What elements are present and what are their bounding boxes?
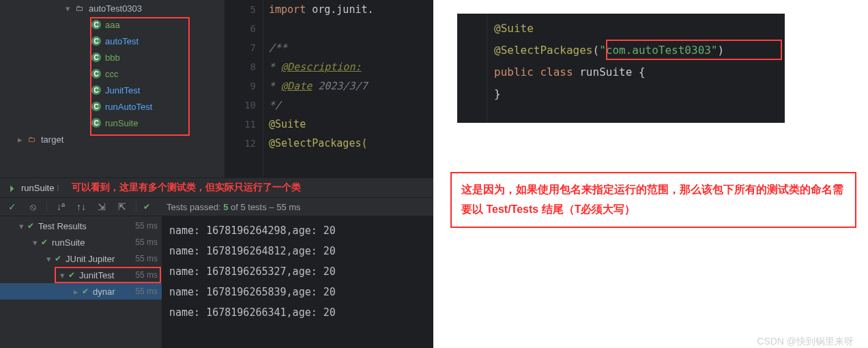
- separator: [46, 201, 47, 212]
- check-icon: ✔: [27, 221, 34, 231]
- folder-icon: 🗀: [74, 3, 85, 14]
- test-label: dynar: [93, 287, 115, 297]
- folder-label: autoTest0303: [89, 3, 142, 14]
- test-duration: 55 ms: [135, 254, 158, 263]
- test-tree-row[interactable]: ▾✔runSuite55 ms: [0, 234, 162, 250]
- console-line: name: 1678196265839,age: 20: [169, 282, 426, 302]
- chevron-right-icon: ▸: [71, 287, 81, 297]
- code-body[interactable]: import org.junit. /** * @Description: * …: [263, 0, 433, 177]
- collapse-icon[interactable]: ⦸: [26, 200, 40, 214]
- class-label: aaa: [105, 20, 120, 30]
- run-icon: ⏵: [8, 183, 17, 193]
- test-duration: 55 ms: [135, 270, 158, 280]
- annotation-text: 可以看到，这里有多个测试类，但实际只运行了一个类: [72, 182, 301, 194]
- chevron-down-icon: ▾: [57, 270, 67, 280]
- tree-class-item[interactable]: Cbbb: [0, 49, 225, 66]
- code-snippet: @Suite @SelectPackages("com.autoTest0303…: [457, 14, 785, 123]
- run-tab-bar: ⏵ runSuite ⁝ 可以看到，这里有多个测试类，但实际只运行了一个类: [0, 178, 433, 197]
- test-label: JunitTest: [79, 270, 114, 280]
- class-icon: C: [91, 36, 101, 46]
- class-icon: C: [91, 69, 101, 78]
- test-label: JUnit Jupiter: [66, 254, 115, 264]
- test-duration: 55 ms: [135, 221, 158, 231]
- class-icon: C: [91, 102, 101, 111]
- test-tree-row[interactable]: ▾✔JunitTest55 ms: [0, 267, 162, 283]
- check-icon: ✔: [41, 237, 48, 247]
- tree-class-item[interactable]: CrunAutoTest: [0, 98, 225, 115]
- check-icon: ✔: [82, 287, 89, 296]
- test-tree: ▾✔Test Results55 ms▾✔runSuite55 ms▾✔JUni…: [0, 216, 162, 348]
- tree-class-item[interactable]: CautoTest: [0, 33, 225, 49]
- right-pane: @Suite @SelectPackages("com.autoTest0303…: [440, 0, 863, 348]
- expand-icon[interactable]: ✓: [5, 200, 19, 214]
- check-icon: ✔: [68, 270, 75, 280]
- tree-folder[interactable]: ▾ 🗀 autoTest0303: [0, 0, 225, 16]
- console-line: name: 1678196266341,age: 20: [169, 302, 426, 323]
- test-duration: 55 ms: [135, 237, 158, 247]
- code-editor[interactable]: 5 6 7 8 9 10 11 12 import org.junit. /**…: [225, 0, 433, 177]
- class-label: autoTest: [105, 36, 139, 46]
- class-label: bbb: [105, 53, 120, 63]
- tree-folder-target[interactable]: ▸ 🗀 target: [0, 131, 225, 147]
- import-icon[interactable]: ⇲: [95, 200, 108, 214]
- tests-passed-label: Tests passed: 5 of 5 tests – 55 ms: [167, 202, 301, 212]
- run-body: ▾✔Test Results55 ms▾✔runSuite55 ms▾✔JUni…: [0, 216, 433, 348]
- export-icon[interactable]: ⇱: [115, 200, 129, 214]
- snippet-gutter: [457, 14, 487, 123]
- class-label: runSuite: [105, 118, 138, 128]
- class-icon: C: [91, 85, 101, 95]
- chevron-right-icon: ▸: [15, 134, 25, 145]
- project-tree: ▾ 🗀 autoTest0303 CaaaCautoTestCbbbCcccCJ…: [0, 0, 225, 177]
- watermark: CSDN @快到锅里来呀: [757, 336, 854, 348]
- check-icon: ✔: [55, 254, 61, 263]
- chevron-down-icon: ▾: [63, 3, 72, 14]
- test-tree-row[interactable]: ▾✔JUnit Jupiter55 ms: [0, 250, 162, 267]
- ide-pane: ▾ 🗀 autoTest0303 CaaaCautoTestCbbbCcccCJ…: [0, 0, 433, 348]
- editor-gutter: 5 6 7 8 9 10 11 12: [225, 0, 263, 177]
- test-duration: 55 ms: [135, 287, 158, 296]
- class-icon: C: [91, 53, 101, 62]
- tree-class-item[interactable]: CrunSuite: [0, 115, 225, 131]
- class-icon: C: [91, 118, 101, 128]
- sort-icon[interactable]: ↓ª: [54, 200, 68, 214]
- chevron-down-icon: ▾: [44, 254, 53, 264]
- console-line: name: 1678196264812,age: 20: [169, 241, 426, 261]
- filter-icon[interactable]: ↑↓: [74, 200, 88, 214]
- explanation-box: 这是因为，如果使用包名来指定运行的范围，那么该包下所有的测试类的命名需要以 Te…: [450, 172, 856, 228]
- class-label: runAutoTest: [105, 102, 152, 112]
- console-line: name: 1678196265327,age: 20: [169, 261, 426, 282]
- chevron-down-icon: ▾: [30, 237, 40, 248]
- tree-class-item[interactable]: Cccc: [0, 66, 225, 82]
- check-icon: ✔: [143, 202, 150, 212]
- class-icon: C: [91, 20, 101, 29]
- separator: [136, 201, 136, 212]
- console-output[interactable]: name: 1678196264298,age: 20name: 1678196…: [162, 216, 433, 348]
- highlight-box: [606, 40, 782, 60]
- tree-class-item[interactable]: Caaa: [0, 16, 225, 33]
- test-label: Test Results: [38, 221, 87, 231]
- run-tab-label[interactable]: runSuite: [21, 183, 54, 193]
- folder-label: target: [41, 134, 63, 145]
- run-toolbar: ✓ ⦸ ↓ª ↑↓ ⇲ ⇱ ✔ Tests passed: 5 of 5 tes…: [0, 197, 433, 216]
- class-label: ccc: [105, 69, 119, 79]
- tree-class-item[interactable]: CJunitTest: [0, 82, 225, 98]
- test-tree-row[interactable]: ▾✔Test Results55 ms: [0, 218, 162, 234]
- test-label: runSuite: [52, 237, 85, 248]
- folder-icon: 🗀: [26, 134, 37, 145]
- test-tree-row[interactable]: ▸✔dynar55 ms: [0, 283, 162, 300]
- chevron-down-icon: ▾: [16, 221, 26, 231]
- tab-options-icon[interactable]: ⁝: [57, 183, 59, 193]
- console-line: name: 1678196264298,age: 20: [169, 220, 426, 241]
- class-label: JunitTest: [105, 85, 140, 96]
- run-panel: ⏵ runSuite ⁝ 可以看到，这里有多个测试类，但实际只运行了一个类 ✓ …: [0, 177, 433, 348]
